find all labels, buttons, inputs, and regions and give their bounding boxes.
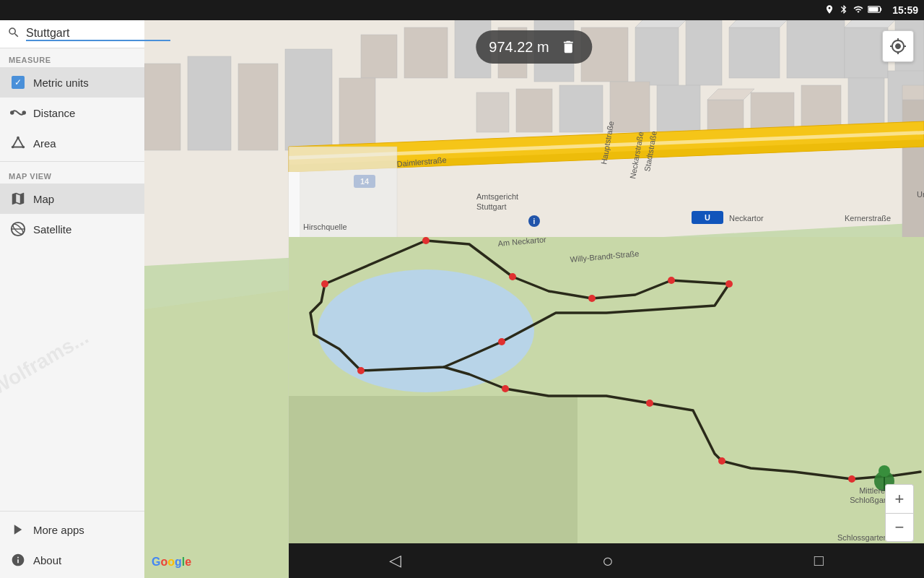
svg-point-63 <box>321 280 328 288</box>
svg-point-71 <box>502 385 509 392</box>
more-apps-label: More apps <box>33 524 84 536</box>
location-button[interactable] <box>882 30 914 62</box>
svg-rect-36 <box>404 27 448 78</box>
svg-rect-48 <box>238 64 278 150</box>
svg-text:Amtsgericht: Amtsgericht <box>476 192 518 201</box>
more-apps-icon <box>10 522 26 538</box>
recent-button[interactable]: □ <box>814 551 824 570</box>
back-button[interactable]: ◁ <box>389 551 401 570</box>
nav-bar: ◁ ○ □ <box>289 543 924 578</box>
svg-point-4 <box>11 111 14 114</box>
bluetooth-status-icon <box>839 4 849 17</box>
svg-rect-46 <box>144 64 180 150</box>
zoom-out-button[interactable]: − <box>885 513 914 542</box>
svg-text:Schlossgarten: Schlossgarten <box>837 533 888 542</box>
area-item[interactable]: Area <box>0 128 144 158</box>
svg-rect-1 <box>881 7 882 10</box>
svg-text:i: i <box>533 217 536 225</box>
svg-marker-13 <box>14 525 22 535</box>
svg-rect-18 <box>635 27 679 85</box>
metric-units-label: Metric units <box>33 77 89 89</box>
svg-point-5 <box>22 111 25 114</box>
area-label: Area <box>33 137 56 150</box>
satellite-label: Satellite <box>33 223 71 236</box>
map-item[interactable]: Map <box>0 184 144 214</box>
svg-rect-22 <box>729 27 780 78</box>
svg-rect-42 <box>516 89 552 132</box>
svg-point-76 <box>879 465 890 477</box>
status-bar: 15:59 <box>0 0 924 20</box>
map-icon <box>10 191 26 207</box>
svg-rect-44 <box>610 82 650 132</box>
svg-rect-41 <box>476 92 509 132</box>
svg-point-69 <box>498 338 505 345</box>
svg-text:Kernerstraße: Kernerstraße <box>845 214 891 223</box>
google-logo: Google <box>152 554 195 572</box>
sidebar-watermark: Wolframs... <box>0 244 144 511</box>
satellite-item[interactable]: Satellite <box>0 214 144 244</box>
svg-text:U: U <box>705 213 710 222</box>
measure-value: 974.22 m <box>489 39 549 56</box>
status-time: 15:59 <box>892 4 918 16</box>
svg-text:Google: Google <box>152 556 191 568</box>
svg-text:Stuttgart: Stuttgart <box>476 202 507 211</box>
zoom-controls: + − <box>885 484 914 542</box>
battery-status-icon <box>868 5 882 16</box>
svg-rect-43 <box>559 85 603 132</box>
svg-rect-24 <box>787 20 845 78</box>
search-bar <box>0 20 144 48</box>
svg-marker-52 <box>902 85 924 100</box>
svg-text:Urbanstraße: Urbanstraße <box>917 190 924 199</box>
more-apps-item[interactable]: More apps <box>0 514 144 545</box>
metric-units-item[interactable]: Metric units <box>0 67 144 98</box>
svg-point-72 <box>646 400 653 407</box>
map-svg: 14 <box>144 20 924 578</box>
svg-point-65 <box>509 273 516 280</box>
svg-rect-47 <box>188 56 231 150</box>
wifi-status-icon <box>853 4 863 17</box>
svg-text:Neckartor: Neckartor <box>729 214 764 223</box>
svg-rect-2 <box>868 7 878 12</box>
metric-units-icon <box>10 74 26 90</box>
map-label: Map <box>33 193 54 205</box>
search-icon <box>7 26 20 42</box>
sidebar-bottom: More apps About <box>0 511 144 578</box>
measure-badge: 974.22 m <box>476 30 592 64</box>
svg-point-68 <box>725 280 733 288</box>
svg-rect-50 <box>339 78 375 150</box>
svg-rect-26 <box>845 27 888 78</box>
svg-text:Hirschquelle: Hirschquelle <box>303 223 347 231</box>
svg-point-73 <box>718 457 725 465</box>
svg-rect-49 <box>285 49 332 150</box>
sidebar: MEASURE Metric units Distance Area <box>0 20 144 578</box>
area-icon <box>10 135 26 151</box>
location-status-icon <box>824 4 834 17</box>
svg-marker-6 <box>13 138 24 147</box>
svg-point-62 <box>318 269 534 392</box>
satellite-icon <box>10 221 26 237</box>
map-view-section-label: MAP VIEW <box>0 165 144 184</box>
svg-point-66 <box>588 295 596 302</box>
svg-rect-20 <box>686 20 722 85</box>
svg-point-8 <box>17 137 19 139</box>
distance-icon <box>10 105 26 121</box>
svg-point-74 <box>848 475 855 483</box>
search-input[interactable] <box>26 27 170 41</box>
svg-point-70 <box>357 367 365 374</box>
svg-point-67 <box>668 277 675 284</box>
svg-rect-35 <box>361 35 397 78</box>
svg-point-64 <box>422 237 430 244</box>
map-canvas[interactable]: 14 <box>144 20 924 578</box>
map-area[interactable]: 14 <box>144 20 924 578</box>
zoom-in-button[interactable]: + <box>885 484 914 513</box>
home-button[interactable]: ○ <box>602 550 614 572</box>
svg-point-9 <box>22 146 25 149</box>
svg-point-7 <box>12 146 14 149</box>
measure-delete-button[interactable] <box>558 38 580 56</box>
distance-label: Distance <box>33 107 75 119</box>
svg-text:Mittlerer: Mittlerer <box>859 486 888 495</box>
about-item[interactable]: About <box>0 545 144 575</box>
distance-item[interactable]: Distance <box>0 98 144 128</box>
divider-1 <box>0 161 144 162</box>
measure-section-label: MEASURE <box>0 48 144 67</box>
